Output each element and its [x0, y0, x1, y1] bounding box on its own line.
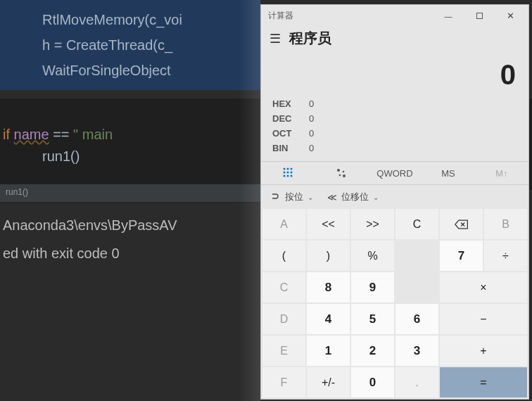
base-hex[interactable]: HEX0 [272, 96, 517, 111]
bitwise-dropdown[interactable]: 按位 ⌄ [271, 191, 313, 203]
base-oct[interactable]: OCT0 [272, 126, 517, 141]
console-line: Anaconda3\envs\ByPassAV [3, 211, 260, 239]
bitshift-icon: ≪ [327, 192, 337, 203]
key-rparen[interactable]: ) [307, 241, 350, 271]
key-1[interactable]: 1 [307, 336, 350, 366]
key-plusminus[interactable]: +/- [307, 367, 350, 397]
code-line: h = CreateThread(c_ [42, 32, 260, 58]
titlebar[interactable]: 计算器 [261, 5, 528, 26]
memory-up-button[interactable]: M↑ [475, 168, 528, 179]
operator: == [53, 127, 69, 142]
key-7[interactable]: 7 [440, 241, 483, 271]
key-a[interactable]: A [262, 209, 305, 239]
console-output[interactable]: Anaconda3\envs\ByPassAV ed with exit cod… [0, 211, 260, 267]
base-dec[interactable]: DEC0 [272, 111, 517, 126]
maximize-button[interactable] [464, 13, 495, 19]
window-title: 计算器 [268, 10, 433, 22]
svg-point-10 [343, 171, 345, 173]
key-divide[interactable]: ÷ [484, 241, 527, 271]
key-4[interactable]: 4 [307, 304, 350, 334]
console-line: ed with exit code 0 [3, 239, 260, 267]
key-6[interactable]: 6 [395, 304, 438, 334]
code-line: run1() [0, 143, 113, 165]
bit-toggle-icon[interactable] [315, 167, 368, 179]
run-tab[interactable]: run1() [0, 184, 260, 203]
chevron-down-icon: ⌄ [373, 193, 379, 201]
key-d[interactable]: D [262, 304, 305, 334]
svg-point-12 [343, 174, 346, 177]
key-clear[interactable]: C [395, 209, 438, 239]
key-dot[interactable]: . [395, 367, 438, 397]
mode-label: 程序员 [289, 29, 331, 48]
code-line: RtlMoveMemory(c_voi [42, 7, 260, 32]
memory-store-button[interactable]: MS [422, 168, 475, 179]
key-b[interactable]: B [484, 209, 527, 239]
svg-point-9 [337, 169, 340, 172]
key-e[interactable]: E [262, 336, 305, 366]
bitwise-icon [271, 191, 281, 203]
toolbar: QWORD MS M↑ [261, 161, 528, 185]
chevron-down-icon: ⌄ [308, 193, 313, 201]
base-panel: HEX0 DEC0 OCT0 BIN0 [261, 94, 528, 161]
close-button[interactable] [495, 11, 526, 21]
mode-header: ☰ 程序员 [261, 26, 528, 53]
keypad: A << >> C ÷ B ( ) % C 7 8 9 × D 4 5 6 − … [261, 209, 528, 399]
key-0[interactable]: 0 [351, 367, 394, 397]
base-bin[interactable]: BIN0 [272, 141, 517, 155]
key-equals[interactable]: = [440, 367, 527, 397]
code-line: WaitForSingleObject [42, 58, 260, 83]
svg-point-7 [287, 174, 289, 177]
calculator-window: 计算器 ☰ 程序员 0 HEX0 DEC0 OCT0 BIN0 QWORD MS… [260, 4, 529, 400]
menu-icon[interactable]: ☰ [270, 31, 281, 46]
key-3[interactable]: 3 [395, 336, 438, 366]
keypad-mode-icon[interactable] [261, 167, 315, 180]
key-8[interactable]: 8 [307, 272, 350, 303]
svg-point-3 [284, 171, 286, 173]
svg-point-8 [291, 174, 293, 177]
key-9[interactable]: 9 [351, 272, 394, 303]
svg-point-6 [284, 174, 286, 177]
key-percent[interactable]: % [351, 241, 394, 271]
key-f[interactable]: F [262, 367, 305, 397]
svg-point-4 [287, 171, 289, 173]
key-5[interactable]: 5 [351, 304, 394, 334]
svg-point-2 [291, 167, 293, 170]
tab-label: run1() [6, 187, 28, 197]
key-add[interactable]: + [440, 336, 527, 366]
key-multiply[interactable]: × [440, 272, 527, 303]
bitshift-dropdown[interactable]: ≪ 位移位 ⌄ [327, 191, 379, 203]
key-c-hex[interactable]: C [262, 272, 305, 303]
key-backspace[interactable] [440, 209, 483, 239]
code-block: if name == " main run1() [0, 127, 113, 165]
blur-overlay [239, 0, 260, 401]
key-lparen[interactable]: ( [262, 241, 305, 271]
svg-point-1 [287, 167, 289, 170]
svg-point-0 [284, 167, 286, 170]
svg-point-5 [291, 171, 293, 173]
keyword: if [3, 127, 10, 142]
key-shr[interactable]: >> [351, 209, 394, 239]
svg-point-11 [339, 174, 341, 177]
key-2[interactable]: 2 [351, 336, 394, 366]
identifier: name [14, 127, 49, 142]
bit-ops-row: 按位 ⌄ ≪ 位移位 ⌄ [261, 185, 528, 209]
key-shl[interactable]: << [307, 209, 350, 239]
display: 0 [261, 53, 528, 94]
word-size-button[interactable]: QWORD [368, 168, 422, 179]
string-literal: " main [73, 127, 113, 142]
minimize-button[interactable] [433, 11, 464, 21]
key-subtract[interactable]: − [440, 304, 527, 334]
code-editor[interactable]: RtlMoveMemory(c_voi h = CreateThread(c_ … [0, 0, 260, 90]
